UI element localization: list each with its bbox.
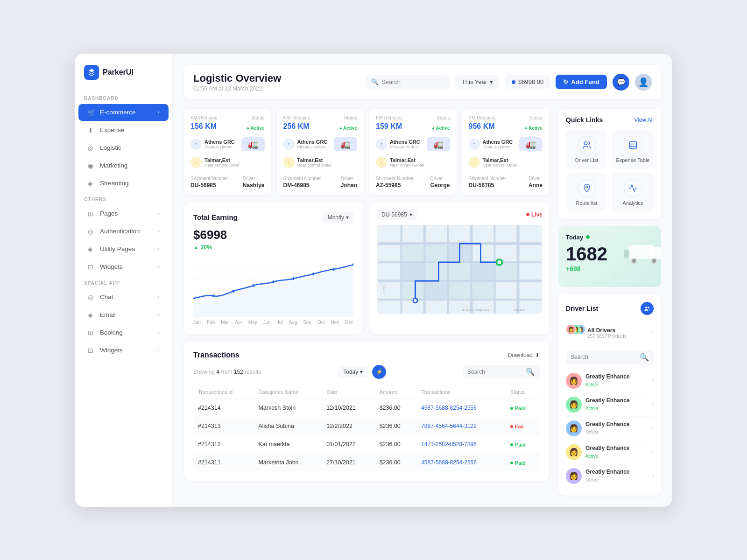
shipment-card-2: KM Remains Status 159 KM ● Active ↑ Athe…	[369, 109, 457, 195]
add-fund-button[interactable]: ↻ Add Fund	[556, 75, 607, 89]
svg-rect-23	[402, 245, 424, 261]
cell-amount: $236.00	[375, 399, 417, 417]
driver-name: Greatly Enhance	[585, 469, 630, 475]
driver-item[interactable]: 👩 Greatly Enhance Active ›	[566, 393, 654, 417]
status-label: Status	[437, 115, 450, 120]
message-icon: 💬	[617, 78, 626, 86]
dest-route: ↓ Taimar,Est Near control Motel	[190, 157, 265, 168]
quick-link-driver-list[interactable]: Driver List	[566, 130, 607, 168]
driver-label: Driver	[243, 176, 265, 181]
quick-link-route-list[interactable]: Route list	[566, 173, 607, 211]
download-icon: ⬇	[535, 352, 540, 358]
user-avatar[interactable]: 👤	[635, 74, 652, 91]
origin-sub: Piraeus Harbor	[390, 145, 420, 149]
quick-links-grid: Driver List Expense	[566, 130, 654, 211]
transaction-search-input[interactable]	[467, 369, 523, 375]
origin-sub: Piraeus Harbor	[483, 145, 513, 149]
chevron-icon: ›	[158, 211, 159, 216]
driver-name: Greatly Enhance	[585, 445, 630, 451]
dest-sub: Near control Motel	[297, 163, 332, 168]
today-filter-btn[interactable]: Today ▾	[338, 366, 368, 378]
download-button[interactable]: Download ⬇	[508, 352, 540, 358]
chevron-down-icon: ▾	[360, 369, 363, 375]
origin-sub: Piraeus Harbor	[204, 145, 235, 149]
col-header-transaction: Transactions	[416, 385, 506, 399]
monthly-filter-btn[interactable]: Montly ▾	[323, 212, 353, 223]
time-filter-btn[interactable]: This Year ▾	[455, 75, 500, 89]
driver-info: Greatly Enhance Offline	[585, 469, 630, 483]
sidebar-item-utility-pages[interactable]: ◈ Utility Pages ›	[78, 241, 169, 258]
sidebar-item-marketing[interactable]: ◉ Marketing	[78, 157, 169, 174]
driver-status: Offline	[585, 477, 599, 483]
sidebar-item-authentication[interactable]: ◎ Authentication ›	[78, 223, 169, 240]
sidebar-item-email[interactable]: ◈ Email ›	[78, 307, 169, 323]
sidebar-item-widgets[interactable]: ⊡ Widgets ›	[78, 259, 169, 275]
chart-svg	[193, 256, 353, 317]
search-input[interactable]	[381, 78, 444, 85]
sidebar-item-pages[interactable]: ⊞ Pages ›	[78, 205, 169, 222]
cell-category: Marketrita John	[254, 453, 322, 471]
svg-point-8	[292, 277, 294, 280]
shipment-label: Shipment Number	[469, 176, 507, 181]
driver-list-icon	[578, 136, 596, 154]
driver-avatar: 👩	[566, 373, 582, 389]
driver-label: Driver	[341, 176, 357, 181]
driver-group-icon[interactable]	[641, 302, 654, 315]
dest-name: Taimar,Est	[390, 157, 424, 163]
cell-amount: $236.00	[375, 435, 417, 453]
divider	[190, 172, 265, 172]
filter-controls: Today ▾ ⚡	[338, 365, 386, 379]
col-header-date: Date	[322, 385, 374, 399]
svg-rect-54	[624, 250, 629, 258]
all-drivers-item[interactable]: 👩 👩 👩 All Drivers 257,6657 Products ›	[566, 321, 654, 346]
cell-status: Fail	[506, 417, 540, 435]
transaction-search[interactable]: 🔍	[463, 365, 540, 378]
sidebar-item-streaming[interactable]: ◈ Streaming	[78, 175, 169, 192]
driver-label: Driver	[529, 176, 543, 181]
driver-search[interactable]: 🔍	[566, 350, 654, 364]
sidebar-item-widgets2[interactable]: ⊡ Widgets ›	[78, 342, 169, 359]
driver-name: Greatly Enhance	[585, 421, 630, 427]
sidebar-item-expense[interactable]: ⬆ Expense	[78, 122, 169, 139]
widgets2-icon: ⊡	[88, 347, 95, 354]
driver-avatar: 👩	[566, 397, 582, 413]
driver-name: Anne	[529, 182, 543, 189]
quick-link-expense-table[interactable]: Expense Table	[612, 130, 654, 168]
km-value: 956 KM	[469, 122, 495, 131]
chevron-icon: ›	[652, 449, 654, 455]
header-search[interactable]: 🔍	[366, 75, 450, 89]
driver-search-input[interactable]	[571, 354, 637, 360]
driver-avatar: 👩	[566, 420, 582, 436]
logo-text: ParkerUI	[103, 68, 134, 77]
driver-item[interactable]: 👩 Greatly Enhance Offline ›	[566, 464, 654, 488]
status-value: ● Active	[339, 126, 357, 131]
sidebar-item-booking[interactable]: ⊞ Booking ›	[78, 324, 169, 341]
chevron-icon: ›	[158, 229, 159, 234]
search-icon: 🔍	[526, 367, 535, 376]
driver-item[interactable]: 👩 Greatly Enhance Active ›	[566, 369, 654, 393]
col-header-status: Status	[506, 385, 540, 399]
driver-list-label: Driver List	[575, 157, 599, 163]
driver-item[interactable]: 👩 Greatly Enhance Active ›	[566, 441, 654, 464]
svg-rect-32	[426, 282, 447, 299]
message-button[interactable]: 💬	[613, 74, 629, 91]
sidebar-item-chat[interactable]: ◎ Chat ›	[78, 289, 169, 306]
view-all-link[interactable]: View All	[634, 117, 654, 123]
sidebar-item-logistic[interactable]: ◎ Logistic	[78, 140, 169, 156]
filter-button[interactable]: ⚡	[372, 365, 386, 379]
svg-point-36	[414, 299, 417, 302]
card-bottom: Shipment Number DU-56985 Driver Nashtya	[190, 176, 265, 189]
truck-icon: 🚛	[427, 137, 450, 151]
quick-link-analytics[interactable]: Analytics	[612, 173, 654, 211]
svg-point-38	[498, 260, 501, 264]
ecommerce-icon: 🛒	[88, 109, 95, 116]
chevron-icon: ›	[652, 330, 654, 336]
cell-id: #214311	[193, 453, 254, 471]
map-id-selector[interactable]: DU-56985 ▾	[377, 209, 417, 220]
col-header-amount: Amount	[375, 385, 417, 399]
sidebar-item-ecommerce[interactable]: 🛒 E-commerce ›	[78, 104, 169, 121]
svg-text:Bren...: Bren...	[382, 283, 386, 293]
earning-map-row: Total Earning Montly ▾ $6998 ▲ 20%	[184, 203, 549, 334]
chevron-icon: ›	[652, 426, 654, 431]
driver-item[interactable]: 👩 Greatly Enhance Offline ›	[566, 417, 654, 441]
